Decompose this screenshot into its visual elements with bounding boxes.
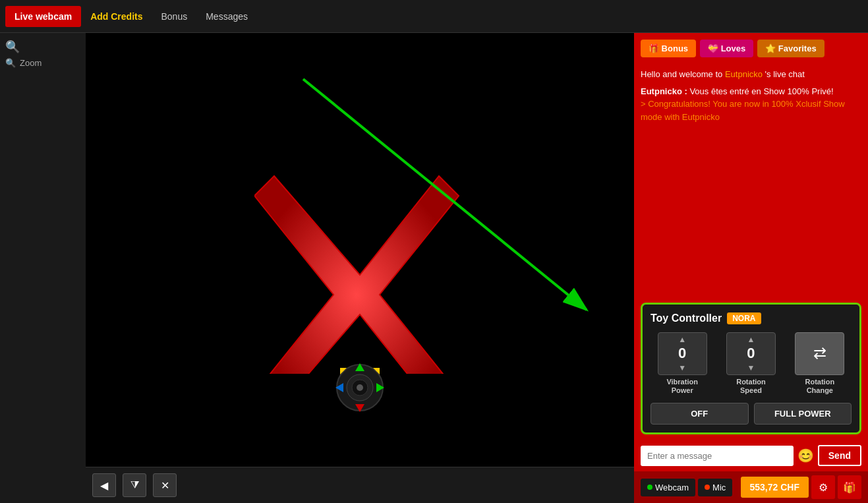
right-top-buttons: 🎁 Bonus 💝 Loves ⭐ Favorites <box>634 33 868 63</box>
svg-point-3 <box>357 384 363 391</box>
toy-controller-title: Toy Controller <box>651 312 722 324</box>
main-layout: 🔍 🔍 Zoom <box>0 33 868 503</box>
rotation-speed-label: RotationSpeed <box>736 378 766 395</box>
vibration-down-arrow[interactable]: ▼ <box>678 364 686 372</box>
zoom-icon: 🔍 <box>5 58 16 68</box>
mic-status-dot <box>705 485 710 490</box>
welcome-text: Hello and welcome to <box>641 69 725 79</box>
toy-controls: ▲ 0 ▼ VibrationPower ▲ 0 ▼ RotationSpeed <box>651 332 852 395</box>
top-nav: Live webcam Add Credits Bonus Messages <box>0 0 868 33</box>
toy-controller-header: Toy Controller NORA <box>651 312 852 324</box>
vibration-up-arrow[interactable]: ▲ <box>678 336 686 343</box>
video-bottom-bar: ◀ ⧩ ✕ <box>86 467 634 503</box>
congratulations-message: > Congratulations! You are now in 100% X… <box>641 98 861 123</box>
video-content <box>86 33 634 503</box>
webcam-status-dot <box>647 485 652 490</box>
loves-button[interactable]: 💝 Loves <box>700 40 753 57</box>
settings-button[interactable]: ⚙ <box>811 475 835 499</box>
vibration-power-value: 0 <box>678 345 686 362</box>
favorites-button[interactable]: ⭐ Favorites <box>757 40 824 57</box>
equalizer-button[interactable]: ⧩ <box>123 473 146 497</box>
rotation-change-button[interactable]: ⇄ <box>795 332 844 375</box>
chat-username[interactable]: Eutpnicko <box>725 69 763 79</box>
rotation-speed-spinner: ▲ 0 ▼ <box>726 332 776 375</box>
rotation-speed-control: ▲ 0 ▼ RotationSpeed <box>719 332 782 395</box>
rotation-down-arrow[interactable]: ▼ <box>747 364 755 372</box>
mic-button[interactable]: Mic <box>698 479 732 496</box>
x-logo <box>254 163 465 374</box>
rotation-up-arrow[interactable]: ▲ <box>747 336 755 343</box>
rotation-change-label: RotationChange <box>805 378 835 395</box>
mic-label: Mic <box>712 483 726 492</box>
send-button[interactable]: Send <box>818 445 861 466</box>
chat-area: Hello and welcome to Eutpnicko 's live c… <box>634 63 868 297</box>
emoji-button[interactable]: 😊 <box>797 448 814 463</box>
rotation-speed-value: 0 <box>747 345 755 362</box>
full-power-button[interactable]: FULL POWER <box>754 403 852 425</box>
vibration-power-control: ▲ 0 ▼ VibrationPower <box>651 332 714 395</box>
zoom-label: Zoom <box>20 58 42 68</box>
vibration-power-spinner: ▲ 0 ▼ <box>658 332 707 375</box>
message-sender: Eutpnicko <box>641 86 682 96</box>
chat-message: Eutpnicko : Vous êtes entré en Show 100%… <box>641 85 861 98</box>
chat-input-area: 😊 Send <box>634 440 868 471</box>
bonus-button[interactable]: 🎁 Bonus <box>641 40 696 57</box>
webcam-button[interactable]: Webcam <box>641 479 695 496</box>
chat-welcome-message: Hello and welcome to Eutpnicko 's live c… <box>641 68 861 81</box>
close-button[interactable]: ✕ <box>153 473 177 497</box>
volume-button[interactable]: ◀ <box>92 473 116 497</box>
bottom-controls: Webcam Mic 553,72 CHF ⚙ 🎁 <box>634 471 868 503</box>
message-text: Vous êtes entré en Show 100% Privé! <box>689 86 833 96</box>
off-button[interactable]: OFF <box>651 403 749 425</box>
nav-bonus[interactable]: Bonus <box>152 6 197 27</box>
nav-add-credits[interactable]: Add Credits <box>81 6 152 27</box>
left-sidebar: 🔍 🔍 Zoom <box>0 33 86 503</box>
right-panel: 🎁 Bonus 💝 Loves ⭐ Favorites Hello and we… <box>634 33 868 503</box>
toy-controller: Toy Controller NORA ▲ 0 ▼ VibrationPower… <box>641 303 861 434</box>
message-input[interactable] <box>641 446 794 466</box>
credits-display: 553,72 CHF <box>741 477 809 498</box>
rotation-change-control: ⇄ RotationChange <box>788 332 852 395</box>
camera-widget <box>330 358 390 417</box>
video-area: ◀ ⧩ ✕ <box>86 33 634 503</box>
nav-messages[interactable]: Messages <box>196 6 257 27</box>
toy-action-buttons: OFF FULL POWER <box>651 403 852 425</box>
vibration-power-label: VibrationPower <box>666 378 697 395</box>
message-colon: : <box>682 86 690 96</box>
toy-badge: NORA <box>727 312 761 324</box>
gift-button[interactable]: 🎁 <box>838 475 861 499</box>
welcome-end: 's live chat <box>763 69 805 79</box>
zoom-control[interactable]: 🔍 Zoom <box>5 58 80 68</box>
search-icon[interactable]: 🔍 <box>5 40 80 54</box>
nav-live-webcam[interactable]: Live webcam <box>5 6 81 27</box>
webcam-label: Webcam <box>655 483 689 492</box>
